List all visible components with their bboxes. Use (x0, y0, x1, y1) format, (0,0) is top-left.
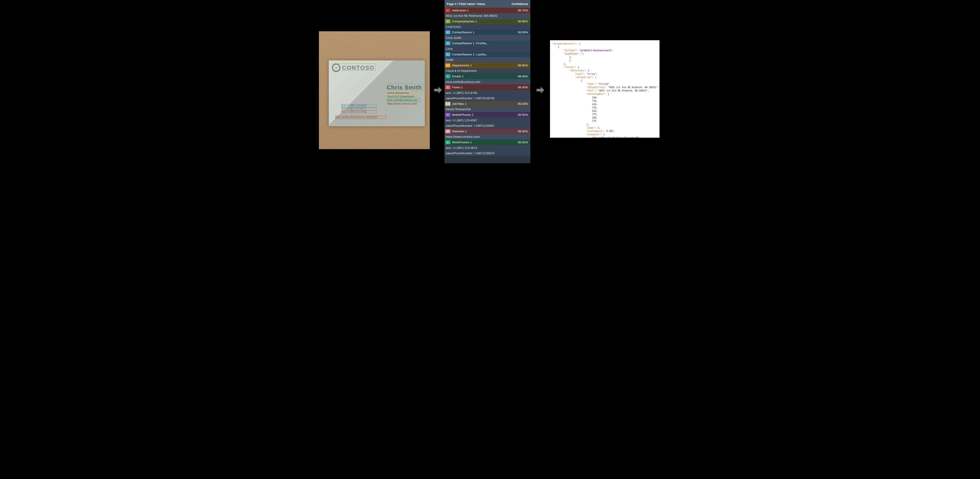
field-value: CONTOSO (444, 24, 530, 30)
confidence-value: 98.70% (518, 9, 530, 12)
confidence-value: 99.00% (518, 86, 530, 89)
field-value: text: +1 (987) 312-6745 (444, 90, 530, 95)
field-row: 1MobilePhones 199.50% (444, 112, 530, 118)
contact-name: Chris Smith (387, 84, 422, 91)
page-badge: 1 (445, 53, 450, 56)
department: Cloud & AI Department (387, 95, 414, 98)
field-value: 4001 1st Ave NE Redmond, WA 98052 (444, 13, 530, 19)
page-badge: 1 (445, 75, 450, 78)
field-name: ContactNames 1: FirstNa... (452, 41, 528, 45)
page-badge: 1 (445, 19, 450, 23)
field-name: Websites 1 (452, 130, 518, 133)
json-output-panel: "documentResults": [ { "docType": "prebu… (550, 40, 660, 138)
confidence-value: 98.50% (518, 141, 530, 144)
header-left: Page # / Field name / Value (447, 2, 485, 6)
field-name: Addresses 1 (452, 9, 518, 12)
table-header: Page # / Field name / Value Confidence (444, 0, 530, 8)
field-row: 1Addresses 198.70% (444, 8, 530, 13)
confidence-value: 99.00% (518, 102, 530, 105)
field-row: 1JobTitles 199.00% (444, 101, 530, 107)
field-name: MobilePhones 1 (452, 113, 518, 116)
address: 4001 1st Ave NE Redmond, WA 98052 (336, 116, 378, 118)
field-value: Chris (444, 46, 530, 52)
page-badge: 1 (445, 129, 450, 133)
field-name: WorkPhones 1 (452, 141, 518, 144)
phone-tel: Tel +1 (987) 213-5674 (342, 107, 366, 110)
job-title: Senior Researcher (387, 91, 409, 95)
field-name: Emails 1 (452, 75, 518, 78)
page-badge: 1 (445, 85, 450, 89)
json-body: "documentResults": [ { "docType": "prebu… (550, 40, 660, 138)
field-value: valuePhoneNumber: +19873126745 (444, 95, 530, 101)
page-badge: 1 (445, 64, 450, 67)
page-badge: 1 (445, 102, 450, 106)
field-value: text: +1 (987) 123-4567 (444, 118, 530, 123)
confidence-value: 98.90% (518, 64, 530, 67)
field-row: 1ContactNames 1: FirstNa... (444, 41, 530, 46)
field-name: JobTitles 1 (452, 102, 518, 105)
field-row: 1Faxes 199.00% (444, 84, 530, 90)
confidence-value: 99.00% (518, 30, 530, 34)
field-value: Cloud & AI Department (444, 68, 530, 74)
field-value: valuePhoneNumber: +19872135674 (444, 150, 530, 156)
field-row: 1WorkPhones 198.50% (444, 140, 530, 145)
page-badge: 1 (445, 30, 450, 34)
field-row: 1CompanyNames 198.60% (444, 19, 530, 24)
arrow-icon (433, 85, 443, 95)
field-value: Smith (444, 57, 530, 62)
company-name: CONTOSO (342, 64, 375, 71)
field-value: https://www.contoso.com/ (444, 134, 530, 140)
header-right: Confidence (512, 2, 528, 6)
website: https://www.contoso.com/ (387, 102, 417, 105)
field-value: Senior Researcher (444, 107, 530, 112)
field-name: ContactNames 1 (452, 30, 518, 34)
phone-cell: Cell +1 (987) 123-4567 (342, 104, 367, 107)
field-row: 1Emails 199.00% (444, 73, 530, 79)
arrow-icon (535, 85, 545, 95)
logo-icon (332, 64, 340, 72)
field-name: Departments 1 (452, 64, 518, 67)
business-card: CONTOSO Chris Smith Senior Researcher Cl… (329, 60, 425, 126)
phone-fax: Fax +1 (987) 312-6745 (342, 110, 367, 113)
results-table-panel: Page # / Field name / Value Confidence 1… (444, 0, 530, 163)
field-row: 1ContactNames 1: LastNa... (444, 52, 530, 57)
field-name: ContactNames 1: LastNa... (452, 53, 528, 56)
confidence-value: 98.60% (518, 20, 530, 23)
field-row: 1ContactNames 199.00% (444, 30, 530, 35)
page-badge: 1 (445, 140, 450, 144)
confidence-value: 99.00% (518, 130, 530, 133)
business-card-photo-panel: CONTOSO Chris Smith Senior Researcher Cl… (319, 31, 430, 149)
page-badge: 1 (445, 41, 450, 45)
confidence-value: 99.50% (518, 113, 530, 116)
field-value: chris.smith@contoso.com (444, 79, 530, 85)
field-value: text: +1 (987) 213-5674 (444, 145, 530, 151)
logo-row: CONTOSO (332, 64, 375, 72)
page-badge: 1 (445, 8, 450, 12)
field-value: Chris Smith (444, 35, 530, 41)
field-name: Faxes 1 (452, 86, 518, 89)
table-body: 1Addresses 198.70%4001 1st Ave NE Redmon… (444, 8, 530, 156)
diagram-stage: CONTOSO Chris Smith Senior Researcher Cl… (316, 0, 665, 170)
page-badge: 1 (445, 113, 450, 117)
confidence-value: 99.00% (518, 75, 530, 78)
field-row: 1Websites 199.00% (444, 129, 530, 134)
field-value: valuePhoneNumber: +19871234567 (444, 123, 530, 129)
field-name: CompanyNames 1 (452, 20, 518, 23)
field-row: 1Departments 198.90% (444, 62, 530, 68)
email: chris.smith@contoso.com (387, 99, 418, 102)
